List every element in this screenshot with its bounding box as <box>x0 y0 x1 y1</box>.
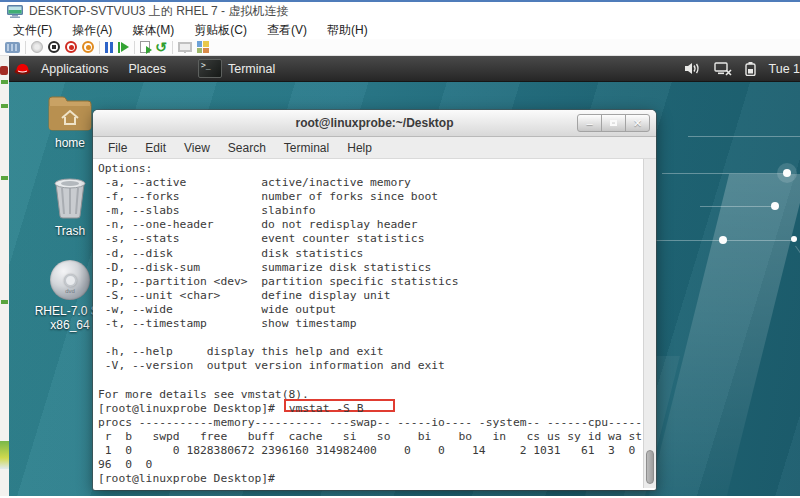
vm-connection-window: DESKTOP-SVTVUU3 上的 RHEL 7 - 虚拟机连接 文件(F) … <box>0 0 800 498</box>
vm-toolbar: ↺ <box>0 39 800 56</box>
terminal-menu-view[interactable]: View <box>175 141 219 155</box>
sliver-mark <box>1 176 8 180</box>
sliver-mark <box>0 441 9 469</box>
turn-off-icon[interactable] <box>48 41 60 53</box>
dvd-disc-text: dvd <box>65 288 75 294</box>
gnome-status-area: Tue 18 <box>685 62 800 76</box>
terminal-output-line: -n, --one-header do not redisplay header <box>98 218 640 232</box>
clock[interactable]: Tue 18 <box>769 62 800 76</box>
highlighted-command: vmstat -S B <box>284 399 396 412</box>
battery-icon[interactable] <box>745 62 756 76</box>
terminal-title: root@linuxprobe:~/Desktop <box>295 116 453 130</box>
terminal-output-line: -m, --slabs slabinfo <box>98 204 640 218</box>
vm-menu-clipboard[interactable]: 剪贴板(C) <box>184 22 257 39</box>
terminal-window-buttons: – ✕ <box>578 114 650 132</box>
terminal-output-line: 96 0 0 <box>98 458 640 472</box>
sliver-mark <box>0 66 8 75</box>
terminal-menu-search[interactable]: Search <box>219 141 275 155</box>
sliver-mark <box>1 300 8 304</box>
vm-menu-view[interactable]: 查看(V) <box>257 22 317 39</box>
vm-menu-action[interactable]: 操作(A) <box>62 22 122 39</box>
sliver-mark <box>1 104 8 108</box>
terminal-titlebar[interactable]: root@linuxprobe:~/Desktop – ✕ <box>93 110 656 137</box>
places-menu[interactable]: Places <box>118 56 176 82</box>
terminal-output-line: -a, --active active/inactive memory <box>98 176 640 190</box>
terminal-scrollbar[interactable] <box>643 159 656 488</box>
shell-prompt: [root@linuxprobe Desktop]# <box>98 402 282 415</box>
terminal-output-line: r b swpd free buff cache si so bi bo in … <box>98 430 640 444</box>
maximize-button[interactable] <box>601 114 626 132</box>
terminal-output-line: -h, --help display this help and exit <box>98 345 640 359</box>
hyperv-app-icon <box>7 5 23 18</box>
checkpoint-icon[interactable] <box>140 41 150 53</box>
vm-menu-file[interactable]: 文件(F) <box>3 22 62 39</box>
maximize-icon <box>610 120 617 126</box>
taskbar-terminal-label: Terminal <box>228 62 275 76</box>
terminal-prompt-line: [root@linuxprobe Desktop]# vmstat -S B <box>98 402 640 416</box>
toolbar-separator <box>172 41 173 54</box>
reset-icon[interactable] <box>118 42 129 53</box>
terminal-output-line: Options: <box>98 162 640 176</box>
wallpaper-node-line <box>700 206 775 207</box>
terminal-output-line: -t, --timestamp show timestamp <box>98 317 640 331</box>
terminal-menubar: File Edit View Search Terminal Help <box>93 137 656 159</box>
scrollbar-thumb[interactable] <box>646 450 654 484</box>
start-icon[interactable] <box>31 41 43 53</box>
terminal-menu-terminal[interactable]: Terminal <box>275 141 338 155</box>
toolbar-separator <box>134 41 135 54</box>
network-icon[interactable] <box>714 62 732 76</box>
minimize-button[interactable]: – <box>577 114 602 132</box>
terminal-output-line: -S, --unit <char> define display unit <box>98 289 640 303</box>
vm-menu-help[interactable]: 帮助(H) <box>317 22 378 39</box>
taskbar-terminal-button[interactable]: >_ Terminal <box>192 56 281 82</box>
terminal-output-line <box>98 331 640 345</box>
vm-window-title: DESKTOP-SVTVUU3 上的 RHEL 7 - 虚拟机连接 <box>29 3 288 20</box>
terminal-output-line: procs -----------memory---------- ---swa… <box>98 416 640 430</box>
terminal-menu-help[interactable]: Help <box>338 141 381 155</box>
terminal-output-line: -V, --version output version information… <box>98 359 640 373</box>
terminal-output-line: -p, --partition <dev> partition specific… <box>98 275 640 289</box>
sliver-mark <box>1 80 8 84</box>
volume-icon[interactable] <box>685 62 701 75</box>
background-window-sliver <box>0 56 9 496</box>
terminal-output-line: -D, --disk-sum summarize disk statistics <box>98 261 640 275</box>
terminal-output-line: -f, --forks number of forks since boot <box>98 190 640 204</box>
terminal-icon: >_ <box>198 59 222 78</box>
terminal-output-line: -s, --stats event counter statistics <box>98 232 640 246</box>
dvd-disc-icon: dvd <box>50 260 90 300</box>
terminal-output-line: [root@linuxprobe Desktop]# <box>98 472 640 486</box>
home-folder-icon <box>47 94 93 132</box>
wallpaper-node-dot <box>783 169 791 177</box>
vm-titlebar: DESKTOP-SVTVUU3 上的 RHEL 7 - 虚拟机连接 <box>0 0 800 21</box>
toolbar-separator <box>25 41 26 54</box>
wallpaper-node-dot <box>791 236 797 242</box>
wallpaper-node-dot <box>719 236 727 244</box>
basic-session-icon[interactable] <box>178 42 192 52</box>
terminal-output-line: -d, --disk disk statistics <box>98 247 640 261</box>
wallpaper-node-line <box>688 136 800 137</box>
toolbar-separator <box>99 41 100 54</box>
save-icon[interactable] <box>82 41 94 53</box>
terminal-window: root@linuxprobe:~/Desktop – ✕ File Edit … <box>93 110 656 490</box>
revert-checkpoint-icon[interactable]: ↺ <box>155 41 167 53</box>
terminal-output-line: 1 0 0 1828380672 2396160 314982400 0 0 1… <box>98 444 640 458</box>
vm-display: Applications Places >_ Terminal <box>0 56 800 496</box>
applications-menu[interactable]: Applications <box>31 56 118 82</box>
ctrl-alt-del-icon[interactable] <box>5 42 20 53</box>
shut-down-icon[interactable] <box>65 41 77 53</box>
enhanced-session-icon[interactable] <box>197 41 209 53</box>
terminal-menu-edit[interactable]: Edit <box>136 141 175 155</box>
pause-icon[interactable] <box>105 42 113 53</box>
terminal-output-line <box>98 373 640 387</box>
vm-menu-media[interactable]: 媒体(M) <box>122 22 184 39</box>
terminal-content[interactable]: Options: -a, --active active/inactive me… <box>93 159 656 488</box>
wallpaper-node-dot <box>771 202 779 210</box>
redhat-logo-icon <box>14 62 31 75</box>
vm-menubar: 文件(F) 操作(A) 媒体(M) 剪贴板(C) 查看(V) 帮助(H) <box>0 21 800 39</box>
terminal-output-line: -w, --wide wide output <box>98 303 640 317</box>
gnome-top-bar: Applications Places >_ Terminal <box>9 56 800 82</box>
trash-icon <box>50 176 90 220</box>
wallpaper-node-line <box>662 173 787 174</box>
close-button[interactable]: ✕ <box>625 114 650 132</box>
terminal-menu-file[interactable]: File <box>99 141 136 155</box>
